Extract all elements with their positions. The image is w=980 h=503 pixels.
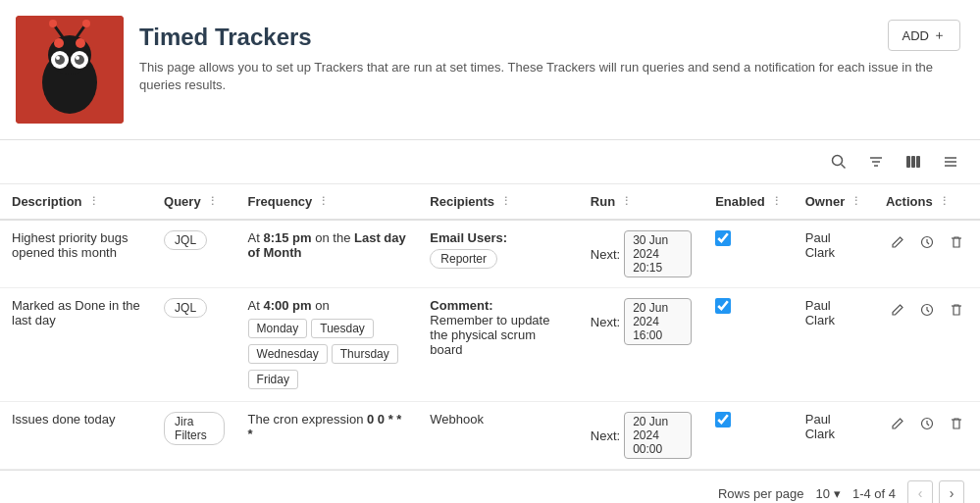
query-type-badge-1: JQL xyxy=(164,230,207,250)
delete-icon-2[interactable] xyxy=(945,298,968,322)
sort-recipients-icon[interactable]: ⋮ xyxy=(500,195,511,208)
col-run: Run ⋮ xyxy=(579,184,703,220)
cell-query-2: JQL xyxy=(152,288,236,402)
add-button[interactable]: ADD ＋ xyxy=(888,20,960,51)
cell-enabled-3 xyxy=(703,402,794,470)
enabled-checkbox-2[interactable] xyxy=(715,298,731,314)
next-run-badge-1: 30 Jun 2024 20:15 xyxy=(624,230,692,277)
cell-actions-1 xyxy=(874,220,980,288)
cell-frequency-1: At 8:15 pm on the Last day of Month xyxy=(236,220,419,288)
app-logo xyxy=(16,16,124,124)
enabled-checkbox-3[interactable] xyxy=(715,412,731,428)
sort-owner-icon[interactable]: ⋮ xyxy=(851,195,861,208)
sort-query-icon[interactable]: ⋮ xyxy=(207,195,218,208)
recipient-tag-reporter: Reporter xyxy=(430,249,497,269)
svg-point-9 xyxy=(56,56,60,60)
col-actions: Actions ⋮ xyxy=(874,184,980,220)
day-friday: Friday xyxy=(248,370,298,389)
edit-icon-2[interactable] xyxy=(886,298,909,322)
col-enabled: Enabled ⋮ xyxy=(703,184,794,220)
cell-enabled-2 xyxy=(703,288,794,402)
table-toolbar xyxy=(0,140,980,184)
pagination-info: 1-4 of 4 xyxy=(852,486,896,501)
sort-enabled-icon[interactable]: ⋮ xyxy=(771,195,782,208)
table-row: Highest priority bugs opened this month … xyxy=(0,220,980,288)
svg-point-8 xyxy=(75,55,84,65)
svg-point-14 xyxy=(82,20,90,27)
rows-dropdown-icon: ▾ xyxy=(834,486,841,501)
sort-actions-icon[interactable]: ⋮ xyxy=(939,195,950,208)
cell-enabled-1 xyxy=(703,220,794,288)
next-run-badge-3: 20 Jun 2024 00:00 xyxy=(624,412,692,459)
query-type-badge-3: Jira Filters xyxy=(164,412,225,445)
edit-icon-1[interactable] xyxy=(886,230,909,254)
add-button-label: ADD xyxy=(903,28,929,43)
next-page-button[interactable]: › xyxy=(939,480,964,503)
svg-rect-21 xyxy=(911,156,915,168)
pagination-controls: ‹ › xyxy=(907,480,964,503)
filter-icon[interactable] xyxy=(862,148,890,176)
page-description: This page allows you to set up Trackers … xyxy=(139,59,960,94)
columns-icon[interactable] xyxy=(900,148,927,176)
col-query: Query ⋮ xyxy=(152,184,236,220)
col-description: Description ⋮ xyxy=(0,184,152,220)
cell-run-3: Next: 20 Jun 2024 00:00 xyxy=(579,402,703,470)
next-run-badge-2: 20 Jun 2024 16:00 xyxy=(624,298,692,345)
prev-page-button[interactable]: ‹ xyxy=(907,480,933,503)
cell-recipients-2: Comment: Remember to update the physical… xyxy=(418,288,578,402)
edit-icon-3[interactable] xyxy=(886,412,909,435)
day-tuesday: Tuesday xyxy=(311,319,374,338)
page-title: Timed Trackers xyxy=(139,24,960,51)
svg-point-3 xyxy=(54,38,64,48)
cell-description-3: Issues done today xyxy=(0,402,152,470)
history-icon-2[interactable] xyxy=(915,298,939,322)
trackers-table: Description ⋮ Query ⋮ Frequency ⋮ xyxy=(0,184,980,470)
cell-description-2: Marked as Done in the last day xyxy=(0,288,152,402)
svg-point-15 xyxy=(833,156,843,166)
cell-frequency-3: The cron expression 0 0 * * * xyxy=(236,402,419,470)
table-row: Issues done today Jira Filters The cron … xyxy=(0,402,980,470)
svg-rect-22 xyxy=(916,156,920,168)
cell-query-3: Jira Filters xyxy=(152,402,236,470)
day-wednesday: Wednesday xyxy=(248,344,328,364)
cell-recipients-1: Email Users: Reporter xyxy=(418,220,578,288)
search-icon[interactable] xyxy=(825,148,852,176)
query-type-badge-2: JQL xyxy=(164,298,207,318)
cell-owner-2: Paul Clark xyxy=(794,288,874,402)
col-owner: Owner ⋮ xyxy=(794,184,874,220)
history-icon-1[interactable] xyxy=(915,230,939,254)
cell-run-2: Next: 20 Jun 2024 16:00 xyxy=(579,288,703,402)
sort-description-icon[interactable]: ⋮ xyxy=(88,195,99,208)
svg-point-12 xyxy=(49,20,57,27)
rows-per-page-select[interactable]: 10 ▾ xyxy=(815,486,840,501)
table-header-row: Description ⋮ Query ⋮ Frequency ⋮ xyxy=(0,184,980,220)
sort-frequency-icon[interactable]: ⋮ xyxy=(318,195,329,208)
header-text-block: Timed Trackers This page allows you to s… xyxy=(139,16,960,94)
plus-icon: ＋ xyxy=(933,26,946,44)
table-row: Marked as Done in the last day JQL At 4:… xyxy=(0,288,980,402)
cell-actions-2 xyxy=(874,288,980,402)
table-footer: Rows per page 10 ▾ 1-4 of 4 ‹ › xyxy=(0,470,980,503)
day-thursday: Thursday xyxy=(332,344,398,364)
rows-per-page-label: Rows per page xyxy=(718,486,803,501)
delete-icon-3[interactable] xyxy=(945,412,968,435)
svg-rect-20 xyxy=(906,156,910,168)
data-table-container: Description ⋮ Query ⋮ Frequency ⋮ xyxy=(0,184,980,470)
cell-recipients-3: Webhook xyxy=(418,402,578,470)
history-icon-3[interactable] xyxy=(915,412,939,435)
day-monday: Monday xyxy=(248,319,308,338)
cell-run-1: Next: 30 Jun 2024 20:15 xyxy=(579,220,703,288)
col-recipients: Recipients ⋮ xyxy=(418,184,578,220)
sort-run-icon[interactable]: ⋮ xyxy=(621,195,632,208)
enabled-checkbox-1[interactable] xyxy=(715,230,731,246)
cell-owner-3: Paul Clark xyxy=(794,402,874,470)
col-frequency: Frequency ⋮ xyxy=(236,184,419,220)
cell-frequency-2: At 4:00 pm on Monday Tuesday Wednesday T… xyxy=(236,288,419,402)
rows-per-page-value: 10 xyxy=(815,486,829,501)
delete-icon-1[interactable] xyxy=(945,230,968,254)
svg-line-16 xyxy=(842,165,846,169)
menu-icon[interactable] xyxy=(937,148,964,176)
cell-description-1: Highest priority bugs opened this month xyxy=(0,220,152,288)
svg-point-4 xyxy=(76,38,85,48)
cell-owner-1: Paul Clark xyxy=(794,220,874,288)
